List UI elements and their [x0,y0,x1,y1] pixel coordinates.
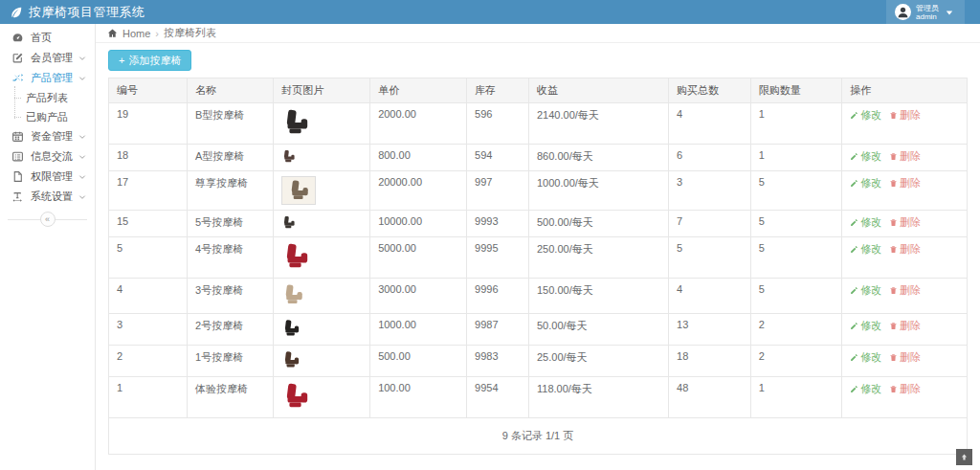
cell-revenue: 118.00/每天 [528,377,668,418]
cell-limit: 2 [750,346,842,377]
column-header: 封页图片 [274,78,370,103]
back-to-top-button[interactable] [956,449,972,465]
edit-link[interactable]: 修改 [850,215,881,230]
cell-name: 4号按摩椅 [188,237,274,279]
trash-icon [889,179,898,188]
sidebar-item-funds[interactable]: 资金管理 [0,126,95,146]
delete-link[interactable]: 删除 [889,382,921,396]
massage-chair-photo [281,350,301,369]
cell-name: 体验按摩椅 [188,377,274,418]
sidebar-menu: 首页 会员管理 产品管理 产品列表 已购产品 资金管理 信息交流 [0,24,95,207]
delete-link[interactable]: 删除 [889,176,921,190]
cell-id: 18 [109,145,188,171]
table-row: 15 5号按摩椅 10000.00 9993 500.00/每天 7 5 [109,211,968,237]
cell-stock: 9996 [467,279,529,314]
cell-id: 5 [109,237,188,279]
delete-link[interactable]: 删除 [889,319,921,333]
delete-link[interactable]: 删除 [889,108,921,123]
sidebar-item-settings[interactable]: 系统设置 [0,187,95,207]
content-panel: + 添加按摩椅 编号名称封页图片单价库存收益购买总数限购数量操作 19 B型按摩… [96,43,980,455]
edit-link[interactable]: 修改 [850,319,881,333]
edit-link[interactable]: 修改 [850,283,881,298]
breadcrumb-current: 按摩椅列表 [164,26,216,40]
file-icon [11,170,24,183]
cell-revenue: 860.00/每天 [528,145,668,171]
sidebar-item-label: 首页 [31,31,52,45]
pencil-icon [850,111,858,120]
cell-stock: 997 [467,171,529,211]
cell-cover-image [274,237,370,279]
cell-actions: 修改 删除 [842,145,968,171]
trash-icon [889,385,898,393]
sidebar-item-label: 会员管理 [31,51,73,65]
delete-link[interactable]: 删除 [889,215,921,230]
cell-stock: 9983 [467,346,529,377]
pencil-icon [850,322,858,330]
cell-id: 2 [109,346,188,377]
massage-chair-photo [281,283,304,306]
chevron-down-icon [78,173,86,181]
sidebar-item-messages[interactable]: 信息交流 [0,146,95,167]
sidebar-subitem-label: 产品列表 [26,91,68,105]
sidebar-item-products[interactable]: 产品管理 [0,68,95,88]
user-menu[interactable]: 管理员 admin [886,0,965,24]
cell-name: 3号按摩椅 [188,279,274,314]
table-row: 1 体验按摩椅 100.00 9954 118.00/每天 48 1 [109,377,968,418]
sidebar-item-permissions[interactable]: 权限管理 [0,167,95,187]
cell-price: 1000.00 [370,314,467,346]
table-header-row: 编号名称封页图片单价库存收益购买总数限购数量操作 [109,78,968,103]
add-massage-chair-button[interactable]: + 添加按摩椅 [108,50,191,71]
cell-purchases: 4 [669,279,751,314]
sidebar-item-members[interactable]: 会员管理 [0,48,95,68]
cell-limit: 5 [750,171,842,211]
sidebar-subitem-purchased-products[interactable]: 已购产品 [0,107,95,126]
cell-actions: 修改 删除 [842,314,968,346]
edit-link[interactable]: 修改 [850,350,881,365]
sidebar-subitem-product-list[interactable]: 产品列表 [0,88,95,107]
arrow-up-icon [960,453,969,461]
edit-link[interactable]: 修改 [850,108,881,123]
cell-actions: 修改 删除 [842,211,968,237]
cell-revenue: 500.00/每天 [528,211,668,237]
massage-chair-photo [281,242,310,271]
table-row: 2 1号按摩椅 500.00 9983 25.00/每天 18 2 [109,346,968,377]
cell-price: 20000.00 [370,171,467,211]
dashboard-icon [11,32,24,44]
pencil-icon [850,152,858,161]
cell-price: 500.00 [370,346,467,377]
massage-chair-photo [281,149,296,164]
delete-link[interactable]: 删除 [889,242,921,257]
delete-link[interactable]: 删除 [889,283,921,298]
breadcrumb-home[interactable]: Home [122,28,150,39]
cell-cover-image [274,377,370,418]
cell-name: 1号按摩椅 [188,346,274,377]
edit-link[interactable]: 修改 [850,149,881,164]
avatar [895,4,911,20]
column-header: 名称 [188,78,274,103]
cell-stock: 9954 [467,377,529,418]
cell-id: 15 [109,211,188,237]
page: 按摩椅项目管理系统 管理员 admin 首页 会员管理 [0,0,980,470]
sidebar-item-home[interactable]: 首页 [0,28,95,48]
product-table: 编号名称封页图片单价库存收益购买总数限购数量操作 19 B型按摩椅 2000.0… [108,78,968,455]
edit-link[interactable]: 修改 [850,382,881,396]
delete-link[interactable]: 删除 [889,350,921,365]
pencil-icon [850,245,858,254]
add-button-label: 添加按摩椅 [128,54,181,68]
edit-link[interactable]: 修改 [850,242,881,257]
list-icon [11,150,24,163]
table-row: 19 B型按摩椅 2000.00 596 2140.00/每天 4 1 [109,103,968,145]
cell-stock: 9987 [467,314,529,346]
cell-limit: 1 [750,377,842,418]
pencil-icon [850,353,858,362]
sidebar-collapse-toggle[interactable] [0,209,95,230]
table-row: 18 A型按摩椅 800.00 594 860.00/每天 6 1 [109,145,968,171]
massage-chair-photo [281,382,310,411]
cell-price: 5000.00 [370,237,467,279]
cell-purchases: 18 [669,346,751,377]
brand[interactable]: 按摩椅项目管理系统 [0,4,145,21]
delete-link[interactable]: 删除 [889,149,921,164]
edit-link[interactable]: 修改 [850,176,881,190]
chevron-down-icon [78,153,86,161]
chevron-down-icon [78,55,86,62]
